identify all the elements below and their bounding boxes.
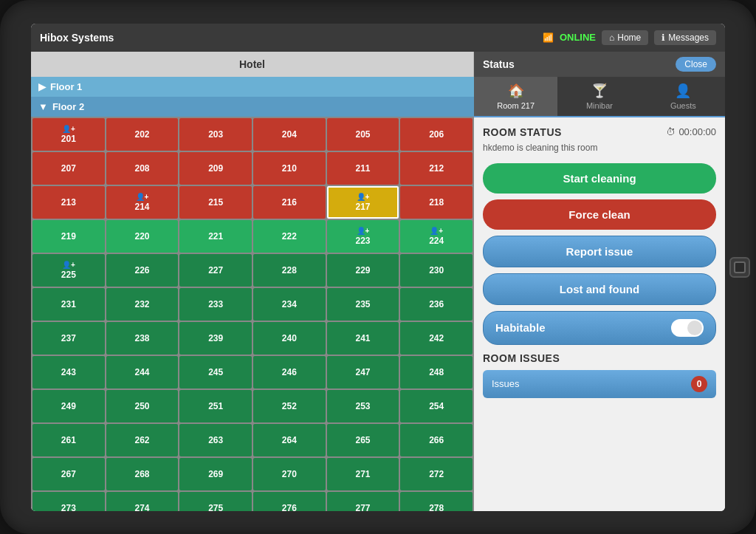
minibar-tab-icon: 🍸	[591, 83, 608, 99]
room-cell-246[interactable]: 246	[253, 356, 326, 388]
room-cell-220[interactable]: 220	[106, 220, 179, 253]
room-cell-237[interactable]: 237	[32, 322, 105, 355]
room-cell-250[interactable]: 250	[106, 390, 179, 422]
room-cell-227[interactable]: 227	[179, 254, 252, 287]
room-number: 208	[134, 163, 149, 174]
room-number: 234	[282, 299, 297, 309]
room-number: 215	[208, 197, 223, 208]
room-cell-249[interactable]: 249	[32, 390, 105, 422]
room-cell-238[interactable]: 238	[106, 322, 179, 355]
floor1-header[interactable]: ▶ Floor 1	[31, 77, 474, 97]
room-cell-245[interactable]: 245	[179, 356, 252, 388]
room-cell-236[interactable]: 236	[400, 288, 472, 321]
room-cell-275[interactable]: 275	[179, 492, 252, 511]
room-cell-243[interactable]: 243	[32, 356, 105, 388]
issues-row[interactable]: Issues 0	[483, 370, 716, 398]
room-number: 252	[282, 401, 297, 411]
room-cell-231[interactable]: 231	[32, 288, 105, 321]
tablet-home-button[interactable]	[729, 257, 750, 278]
room-number: 212	[429, 163, 444, 174]
room-cell-222[interactable]: 222	[253, 220, 326, 253]
room-cell-210[interactable]: 210	[253, 152, 326, 185]
room-cell-213[interactable]: 213	[32, 186, 105, 219]
room-cell-233[interactable]: 233	[179, 288, 252, 321]
room-cell-234[interactable]: 234	[253, 288, 326, 321]
room-cell-242[interactable]: 242	[400, 322, 472, 355]
room-cell-240[interactable]: 240	[253, 322, 326, 355]
room-number: 233	[208, 299, 223, 309]
room-cell-263[interactable]: 263	[179, 424, 252, 456]
room-cell-262[interactable]: 262	[106, 424, 179, 456]
minibar-tab-label: Minibar	[586, 101, 613, 110]
lost-and-found-button[interactable]: Lost and found	[483, 273, 716, 305]
room-cell-247[interactable]: 247	[327, 356, 399, 388]
room-cell-264[interactable]: 264	[253, 424, 326, 456]
room-cell-269[interactable]: 269	[179, 458, 252, 490]
room-cell-225[interactable]: 👤+225	[32, 254, 105, 287]
room-cell-229[interactable]: 229	[327, 254, 399, 287]
room-cell-208[interactable]: 208	[106, 152, 179, 185]
report-issue-button[interactable]: Report issue	[483, 236, 716, 267]
room-cell-261[interactable]: 261	[32, 424, 105, 456]
room-cell-253[interactable]: 253	[327, 390, 399, 422]
room-cell-273[interactable]: 273	[32, 492, 105, 511]
room-cell-201[interactable]: 👤+201	[32, 118, 105, 151]
habitable-button[interactable]: Habitable	[483, 311, 716, 345]
tab-minibar[interactable]: 🍸Minibar	[557, 77, 641, 116]
room-cell-204[interactable]: 204	[253, 118, 326, 151]
room-cell-239[interactable]: 239	[179, 322, 252, 355]
room-cell-230[interactable]: 230	[400, 254, 472, 287]
room-cell-232[interactable]: 232	[106, 288, 179, 321]
room-cell-266[interactable]: 266	[400, 424, 472, 456]
room-cell-215[interactable]: 215	[179, 186, 252, 219]
tab-room217[interactable]: 🏠Room 217	[474, 77, 557, 116]
room-number: 277	[355, 503, 370, 511]
room-cell-270[interactable]: 270	[253, 458, 326, 490]
room-cell-277[interactable]: 277	[327, 492, 399, 511]
room-cell-254[interactable]: 254	[400, 390, 472, 422]
room-cell-272[interactable]: 272	[400, 458, 472, 490]
room-cell-251[interactable]: 251	[179, 390, 252, 422]
room-cell-218[interactable]: 218	[400, 186, 472, 219]
start-cleaning-button[interactable]: Start cleaning	[483, 163, 716, 194]
room-number: 267	[61, 469, 76, 479]
room-cell-203[interactable]: 203	[179, 118, 252, 151]
room-number: 242	[429, 333, 444, 343]
room-cell-217[interactable]: 👤+217	[327, 186, 399, 219]
close-button[interactable]: Close	[676, 57, 716, 72]
floor2-header[interactable]: ▼ Floor 2	[31, 97, 474, 117]
home-button[interactable]: ⌂ Home	[602, 30, 648, 45]
room-cell-221[interactable]: 221	[179, 220, 252, 253]
room-cell-202[interactable]: 202	[106, 118, 179, 151]
room-cell-223[interactable]: 👤+223	[327, 220, 399, 253]
room-cell-252[interactable]: 252	[253, 390, 326, 422]
room-cell-216[interactable]: 216	[253, 186, 326, 219]
habitable-toggle[interactable]	[671, 319, 704, 337]
room-cell-214[interactable]: 👤+214	[106, 186, 179, 219]
room-cell-244[interactable]: 244	[106, 356, 179, 388]
force-clean-button[interactable]: Force clean	[483, 199, 716, 230]
messages-button[interactable]: ℹ Messages	[654, 30, 716, 45]
room-cell-219[interactable]: 219	[32, 220, 105, 253]
room-cell-205[interactable]: 205	[327, 118, 399, 151]
tab-guests[interactable]: 👤Guests	[642, 77, 725, 116]
room-cell-265[interactable]: 265	[327, 424, 399, 456]
room-cell-207[interactable]: 207	[32, 152, 105, 185]
room-cell-271[interactable]: 271	[327, 458, 399, 490]
room-cell-276[interactable]: 276	[253, 492, 326, 511]
room-cell-211[interactable]: 211	[327, 152, 399, 185]
room-number: 276	[282, 503, 297, 511]
room-cell-228[interactable]: 228	[253, 254, 326, 287]
room-cell-209[interactable]: 209	[179, 152, 252, 185]
room-cell-268[interactable]: 268	[106, 458, 179, 490]
room-cell-235[interactable]: 235	[327, 288, 399, 321]
room-cell-224[interactable]: 👤+224	[400, 220, 472, 253]
room-cell-241[interactable]: 241	[327, 322, 399, 355]
room-cell-278[interactable]: 278	[400, 492, 472, 511]
room-cell-274[interactable]: 274	[106, 492, 179, 511]
room-cell-212[interactable]: 212	[400, 152, 472, 185]
room-cell-267[interactable]: 267	[32, 458, 105, 490]
room-cell-248[interactable]: 248	[400, 356, 472, 388]
room-cell-206[interactable]: 206	[400, 118, 472, 151]
room-cell-226[interactable]: 226	[106, 254, 179, 287]
